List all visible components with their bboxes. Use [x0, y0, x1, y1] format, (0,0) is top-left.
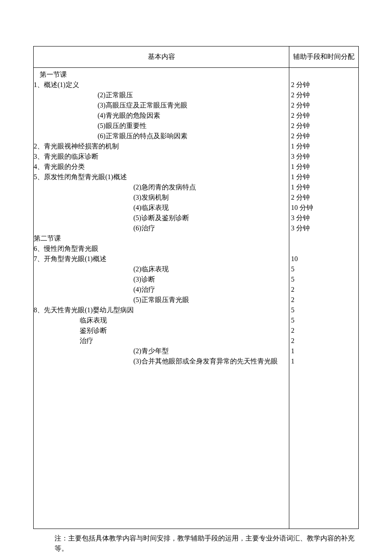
content-line: (3)合并其他眼部或全身发育异常的先天性青光眼: [34, 356, 289, 366]
time-line: 2: [291, 325, 357, 336]
content-line: (6)正常眼压的特点及影响因素: [34, 131, 289, 141]
content-line: 6、慢性闭角型青光眼: [34, 244, 289, 254]
content-line: (4)青光眼的危险因素: [34, 110, 289, 121]
content-line: (3)发病机制: [34, 192, 289, 203]
time-line: 1: [291, 346, 357, 356]
time-line: 1 分钟: [291, 162, 357, 172]
content-cell: 第一节课1、概述(1)定义(2)正常眼压(3)高眼压症及正常眼压青光眼(4)青光…: [34, 68, 289, 529]
header-content: 基本内容: [34, 46, 289, 68]
time-line: 3 分钟: [291, 223, 357, 233]
content-line: (2)青少年型: [34, 346, 289, 356]
content-line: (3)诊断: [34, 274, 289, 285]
time-line: [291, 233, 357, 244]
time-line: 10 分钟: [291, 203, 357, 213]
content-line: (6)治疗: [34, 223, 289, 233]
content-line: (5)眼压的重要性: [34, 121, 289, 131]
time-line: 2 分钟: [291, 100, 357, 110]
time-line: 5: [291, 305, 357, 315]
time-line: 3 分钟: [291, 213, 357, 223]
content-line: (4)治疗: [34, 285, 289, 295]
time-line: 2 分钟: [291, 80, 357, 90]
time-line: 3 分钟: [291, 151, 357, 162]
time-line: 1 分钟: [291, 141, 357, 151]
content-line: (5)正常眼压青光眼: [34, 295, 289, 305]
content-line: (2)临床表现: [34, 264, 289, 274]
time-line: 5: [291, 315, 357, 325]
table-header-row: 基本内容 辅助手段和时间分配: [34, 46, 359, 68]
time-line: [291, 70, 357, 80]
time-line: 1: [291, 356, 357, 366]
content-line: 临床表现: [34, 315, 289, 325]
time-line: 2 分钟: [291, 192, 357, 203]
content-line: 鉴别诊断: [34, 325, 289, 336]
content-line: 8、先天性青光眼(1)婴幼儿型病因: [34, 305, 289, 315]
time-line: 2: [291, 336, 357, 346]
time-line: 2 分钟: [291, 90, 357, 100]
time-line: 5: [291, 264, 357, 274]
content-line: (5)诊断及鉴别诊断: [34, 213, 289, 223]
document-page: 基本内容 辅助手段和时间分配 第一节课1、概述(1)定义(2)正常眼压(3)高眼…: [0, 0, 392, 555]
time-line: [291, 244, 357, 254]
time-cell: 2 分钟2 分钟2 分钟2 分钟2 分钟2 分钟1 分钟3 分钟1 分钟1 分钟…: [289, 68, 359, 529]
time-line: 2 分钟: [291, 110, 357, 121]
content-line: 1、概述(1)定义: [34, 80, 289, 90]
content-line: 7、开角型青光眼(1)概述: [34, 254, 289, 264]
content-line: 3、青光眼的临床诊断: [34, 151, 289, 162]
table-body-row: 第一节课1、概述(1)定义(2)正常眼压(3)高眼压症及正常眼压青光眼(4)青光…: [34, 68, 359, 529]
content-line: (4)临床表现: [34, 203, 289, 213]
content-line: 5、原发性闭角型青光眼(1)概述: [34, 172, 289, 182]
content-line: (3)高眼压症及正常眼压青光眼: [34, 100, 289, 110]
content-line: 4、青光眼的分类: [34, 162, 289, 172]
time-line: 1 分钟: [291, 182, 357, 192]
time-line: 2: [291, 285, 357, 295]
time-line: 5: [291, 274, 357, 285]
time-line: 2 分钟: [291, 131, 357, 141]
time-line: 2 分钟: [291, 121, 357, 131]
lesson-plan-table: 基本内容 辅助手段和时间分配 第一节课1、概述(1)定义(2)正常眼压(3)高眼…: [33, 46, 359, 529]
content-line: (2)正常眼压: [34, 90, 289, 100]
time-line: 2: [291, 295, 357, 305]
header-aux: 辅助手段和时间分配: [289, 46, 359, 68]
content-line: 第二节课: [34, 233, 289, 244]
content-line: 治疗: [34, 336, 289, 346]
content-line: (2)急闭青的发病特点: [34, 182, 289, 192]
content-line: 2、青光眼视神经损害的机制: [34, 141, 289, 151]
time-line: 10: [291, 254, 357, 264]
content-line: 第一节课: [34, 70, 289, 80]
footer-note: 注：主要包括具体教学内容与时间安排，教学辅助手段的运用，主要专业外语词汇、教学内…: [33, 533, 359, 554]
time-line: 1 分钟: [291, 172, 357, 182]
